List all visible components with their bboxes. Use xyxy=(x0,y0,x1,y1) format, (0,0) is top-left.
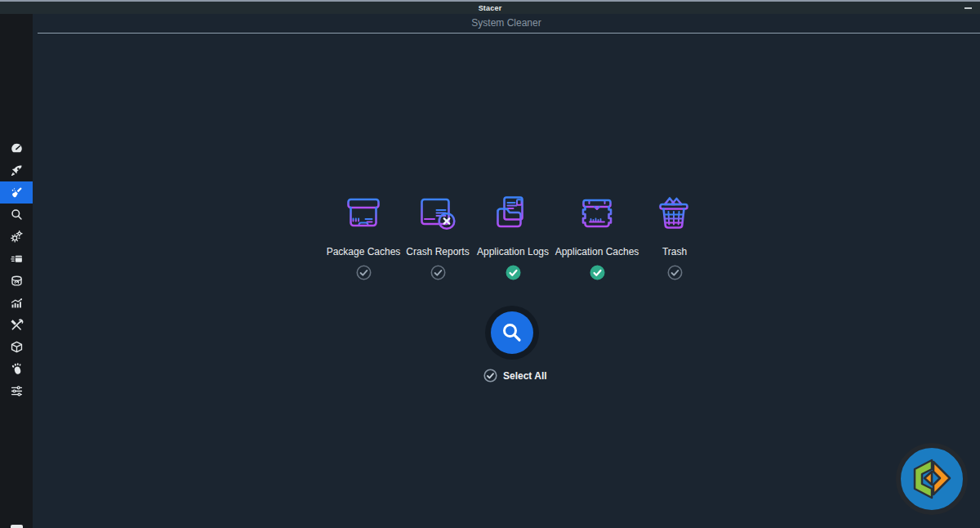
sidebar-item-system-cleaner[interactable] xyxy=(0,181,33,204)
stacer-window: Stacer xyxy=(0,0,980,528)
sidebar-item-processes[interactable] xyxy=(0,248,33,270)
tools-icon xyxy=(10,318,24,332)
sidebar-item-uninstaller[interactable] xyxy=(0,270,33,292)
sidebar-item-resources[interactable] xyxy=(0,292,33,314)
chart-icon xyxy=(10,296,24,310)
cleaner-item-label: Application Logs xyxy=(477,246,549,257)
titlebar: Stacer xyxy=(0,2,980,14)
scan-button[interactable] xyxy=(491,311,533,354)
gears-icon xyxy=(10,230,24,244)
sidebar-item-dashboard[interactable] xyxy=(0,137,33,159)
sidebar-item-gnome-settings[interactable] xyxy=(0,358,33,380)
package-caches-icon[interactable] xyxy=(343,194,384,235)
sidebar xyxy=(0,14,33,528)
select-all-checkbox[interactable] xyxy=(483,369,497,383)
sliders-icon xyxy=(10,384,24,398)
sidebar-item-services[interactable] xyxy=(0,226,33,248)
sidebar-partial-icon xyxy=(11,525,23,528)
application-logs-checkbox[interactable] xyxy=(506,265,521,280)
header-divider xyxy=(38,33,980,34)
window-title: Stacer xyxy=(479,4,502,12)
application-logs-icon[interactable] xyxy=(492,194,533,235)
trash-icon[interactable] xyxy=(654,194,695,235)
scan-search-icon xyxy=(501,322,523,343)
sidebar-item-settings[interactable] xyxy=(0,380,33,402)
sidebar-item-apt-repository[interactable] xyxy=(0,336,33,358)
window-stack-icon xyxy=(10,252,24,266)
application-caches-checkbox[interactable] xyxy=(590,265,605,280)
broom-icon xyxy=(10,186,24,199)
select-all-control[interactable]: Select All xyxy=(483,369,547,383)
application-caches-icon[interactable] xyxy=(577,194,617,235)
watermark-logo xyxy=(894,441,969,517)
crash-reports-icon[interactable] xyxy=(417,194,458,235)
disk-gauge-icon xyxy=(10,274,24,288)
select-all-label: Select All xyxy=(503,370,547,382)
crash-reports-checkbox[interactable] xyxy=(430,265,446,280)
sidebar-item-helpers[interactable] xyxy=(0,314,33,336)
gnome-foot-icon xyxy=(10,362,24,376)
page-title: System Cleaner xyxy=(33,17,980,29)
rocket-icon xyxy=(10,163,24,177)
sidebar-item-startup-apps[interactable] xyxy=(0,159,33,181)
search-icon xyxy=(10,208,24,221)
cleaner-item-label: Trash xyxy=(662,246,687,257)
package-caches-checkbox[interactable] xyxy=(356,265,372,280)
speedometer-icon xyxy=(10,141,24,155)
minimize-button[interactable] xyxy=(964,7,972,9)
scan-button-ring xyxy=(485,306,539,360)
sidebar-item-search[interactable] xyxy=(0,204,33,226)
package-box-icon xyxy=(10,340,24,354)
cleaner-item-trash: Trash xyxy=(621,194,728,280)
trash-checkbox[interactable] xyxy=(667,265,683,280)
